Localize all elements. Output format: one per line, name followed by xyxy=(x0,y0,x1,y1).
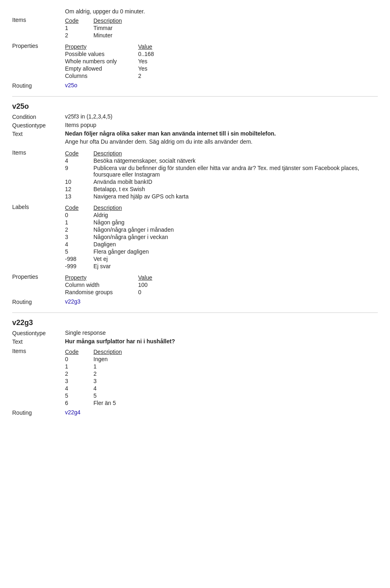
prop-property: Possible values xyxy=(65,50,138,58)
prop-value: 2 xyxy=(138,72,157,80)
table-row: 0Ingen xyxy=(65,355,125,363)
label-description: Någon/några gånger i månaden xyxy=(93,226,177,233)
table-row: 10Använda mobilt bankID xyxy=(65,178,378,185)
props-header-property: Property xyxy=(65,43,138,50)
table-row: 3Någon/några gånger i veckan xyxy=(65,233,177,241)
item-description: 4 xyxy=(93,385,125,392)
item-description: Minuter xyxy=(93,32,125,39)
labels-header-description: Description xyxy=(93,204,177,211)
item-description: Fler än 5 xyxy=(93,399,125,407)
label-code: 0 xyxy=(65,211,93,219)
s3-questiontype-label: Questiontype xyxy=(12,330,65,336)
label-code: 1 xyxy=(65,219,93,226)
label-code: -998 xyxy=(65,255,93,263)
routing-value[interactable]: v25o xyxy=(65,82,77,88)
table-row: 11 xyxy=(65,363,125,370)
table-row: Columns2 xyxy=(65,72,157,80)
table-row: 33 xyxy=(65,377,125,385)
table-row: Randomise groups0 xyxy=(65,289,156,296)
questiontype-value: Items popup xyxy=(65,122,378,128)
table-row: 13Navigera med hjälp av GPS och karta xyxy=(65,193,378,200)
divider-1 xyxy=(12,96,378,97)
items-table-container: Code Description 1Timmar2Minuter xyxy=(65,16,378,40)
label-code: 2 xyxy=(65,226,93,233)
table-row: 2Någon/några gånger i månaden xyxy=(65,226,177,233)
s2-items-label: Items xyxy=(12,149,65,156)
table-row: 0Aldrig xyxy=(65,211,177,219)
prop-property: Whole numbers only xyxy=(65,58,138,65)
questiontype-label: Questiontype xyxy=(12,122,65,129)
prop-value: 0 xyxy=(138,289,156,296)
s3-items-header-description: Description xyxy=(93,348,125,355)
label-description: Vet ej xyxy=(93,255,177,263)
s2-props-header-property: Property xyxy=(65,274,138,281)
items-header-description: Description xyxy=(93,17,125,24)
table-row: Possible values0..168 xyxy=(65,50,157,58)
s3-text-value: Hur många surfplattor har ni i hushållet… xyxy=(65,338,175,345)
table-row: Whole numbers onlyYes xyxy=(65,58,157,65)
props-header-value: Value xyxy=(138,43,157,50)
properties-label: Properties xyxy=(12,42,65,49)
s3-routing-value[interactable]: v22g4 xyxy=(65,409,80,416)
item-code: 12 xyxy=(65,185,93,193)
divider-2 xyxy=(12,312,378,313)
table-row: 5Flera gånger dagligen xyxy=(65,248,177,255)
s3-items-header-code: Code xyxy=(65,348,93,355)
label-description: Flera gånger dagligen xyxy=(93,248,177,255)
table-row: 22 xyxy=(65,370,125,377)
item-description: 5 xyxy=(93,392,125,399)
label-description: Ej svar xyxy=(93,263,177,270)
item-code: 9 xyxy=(65,164,93,178)
prop-value: Yes xyxy=(138,65,157,72)
item-code: 3 xyxy=(65,377,93,385)
items-header-code: Code xyxy=(65,17,93,24)
s3-questiontype-value: Single response xyxy=(65,330,378,336)
item-code: 1 xyxy=(65,24,93,32)
label-code: 5 xyxy=(65,248,93,255)
properties-table-container: Property Value Possible values0..168Whol… xyxy=(65,42,378,80)
item-code: 4 xyxy=(65,385,93,392)
section2-id: v25o xyxy=(12,102,378,111)
item-code: 5 xyxy=(65,392,93,399)
table-row: 12Betalapp, t ex Swish xyxy=(65,185,378,193)
table-row: 4Besöka nätgemenskaper, socialt nätverk xyxy=(65,157,378,164)
table-row: -999Ej svar xyxy=(65,263,177,270)
item-description: Timmar xyxy=(93,24,125,32)
s3-items-label: Items xyxy=(12,347,65,354)
s3-items-table: Code Description 0Ingen11223344556Fler ä… xyxy=(65,348,125,407)
prop-value: 0..168 xyxy=(138,50,157,58)
prop-property: Column width xyxy=(65,281,138,289)
prop-property: Empty allowed xyxy=(65,65,138,72)
table-row: 2Minuter xyxy=(65,32,125,39)
items-label: Items xyxy=(12,16,65,23)
item-description: Ingen xyxy=(93,355,125,363)
s2-items-header-code: Code xyxy=(65,150,93,157)
labels-header-code: Code xyxy=(65,204,93,211)
s2-routing-value[interactable]: v22g3 xyxy=(65,298,80,305)
item-description: Besöka nätgemenskaper, socialt nätverk xyxy=(93,157,378,164)
table-row: 55 xyxy=(65,392,125,399)
item-code: 6 xyxy=(65,399,93,407)
table-row: 44 xyxy=(65,385,125,392)
routing-label: Routing xyxy=(12,82,65,89)
item-code: 0 xyxy=(65,355,93,363)
item-description: 3 xyxy=(93,377,125,385)
item-code: 10 xyxy=(65,178,93,185)
item-code: 13 xyxy=(65,193,93,200)
s2-routing-label: Routing xyxy=(12,298,65,305)
item-description: Navigera med hjälp av GPS och karta xyxy=(93,193,378,200)
label-code: 3 xyxy=(65,233,93,241)
intro-title: Om aldrig, uppger du 0 minuter. xyxy=(65,8,145,15)
item-code: 1 xyxy=(65,363,93,370)
s2-props-header-value: Value xyxy=(138,274,156,281)
table-row: -998Vet ej xyxy=(65,255,177,263)
s2-items-header-description: Description xyxy=(93,150,378,157)
text-line1: Nedan följer några olika saker man kan a… xyxy=(65,130,378,137)
table-row: 4Dagligen xyxy=(65,241,177,248)
prop-value: Yes xyxy=(138,58,157,65)
s3-routing-label: Routing xyxy=(12,409,65,416)
properties-table: Property Value Possible values0..168Whol… xyxy=(65,43,157,80)
empty-label xyxy=(12,8,65,9)
table-row: 6Fler än 5 xyxy=(65,399,125,407)
text-label: Text xyxy=(12,130,65,137)
